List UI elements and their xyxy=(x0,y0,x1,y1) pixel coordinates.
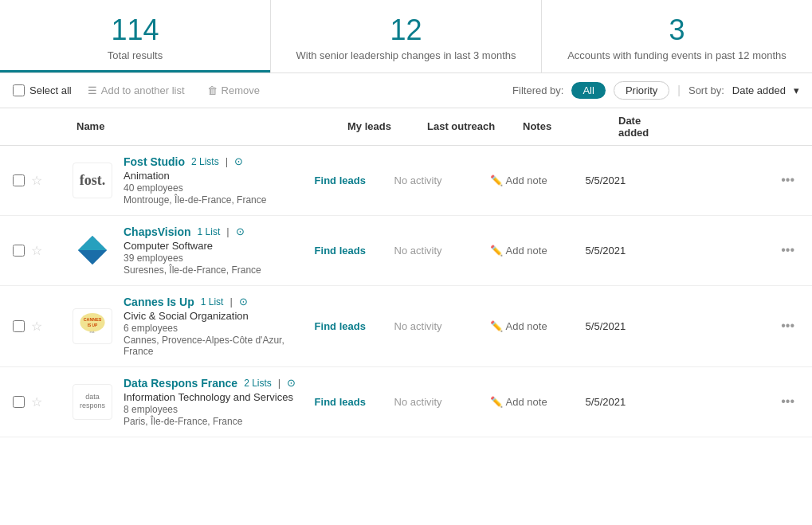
company-industry-chapsvision: Computer Software xyxy=(124,240,315,252)
row-checkbox-chapsvision[interactable] xyxy=(13,245,25,257)
add-note-button-data-respons[interactable]: ✏️ Add note xyxy=(490,396,547,408)
company-pipe-data-respons: | xyxy=(278,377,280,389)
company-lists-fost-studio[interactable]: 2 Lists xyxy=(191,156,219,167)
cell-leads-data-respons: Find leads xyxy=(315,396,394,408)
company-verified-data-respons: ⊙ xyxy=(287,377,296,389)
stat-block-funding[interactable]: 3 Accounts with funding events in past 1… xyxy=(542,0,812,72)
more-options-button-fost-studio[interactable]: ••• xyxy=(776,171,799,189)
remove-label: Remove xyxy=(222,84,260,96)
cell-outreach-fost-studio: No activity xyxy=(394,174,490,186)
more-options-button-data-respons[interactable]: ••• xyxy=(776,393,799,410)
toolbar: Select all ☰ Add to another list 🗑 Remov… xyxy=(0,73,812,108)
cell-leads-fost-studio: Find leads xyxy=(315,174,394,186)
company-industry-data-respons: Information Technology and Services xyxy=(124,391,315,403)
find-leads-button-fost-studio[interactable]: Find leads xyxy=(315,174,366,186)
find-leads-button-cannes-is-up[interactable]: Find leads xyxy=(315,320,366,332)
remove-button[interactable]: 🗑 Remove xyxy=(201,81,266,100)
table-header: Name My leads Last outreach Notes Datead… xyxy=(0,108,812,146)
company-lists-cannes-is-up[interactable]: 1 List xyxy=(201,296,224,308)
add-note-label-chapsvision: Add note xyxy=(506,245,547,257)
company-logo-fost-studio: fost. xyxy=(73,163,112,198)
stat-block-leadership[interactable]: 12 With senior leadership changes in las… xyxy=(271,0,542,72)
select-all-checkbox[interactable] xyxy=(13,84,25,96)
svg-text:est.: est. xyxy=(89,330,95,334)
star-icon-fost-studio[interactable]: ☆ xyxy=(31,173,42,188)
logo-svg-chapsvision xyxy=(76,234,108,266)
find-leads-button-chapsvision[interactable]: Find leads xyxy=(315,245,366,257)
col-header-notes: Notes xyxy=(523,120,618,132)
add-note-button-cannes-is-up[interactable]: ✏️ Add note xyxy=(490,320,547,332)
cell-date-fost-studio: 5/5/2021 xyxy=(586,174,777,186)
company-info-cannes-is-up: Cannes Is Up 1 List | ⊙ Civic & Social O… xyxy=(124,296,315,357)
row-checkbox-fost-studio[interactable] xyxy=(13,174,25,186)
table-row: ☆ fost. Fost Studio 2 Lists | ⊙ Animatio… xyxy=(0,146,812,216)
company-logo-cannes-is-up: CANNES IS UP est. xyxy=(73,308,112,344)
star-icon-cannes-is-up[interactable]: ☆ xyxy=(31,319,42,334)
row-checkbox-cannes-is-up[interactable] xyxy=(13,320,25,332)
sort-chevron-icon[interactable]: ▾ xyxy=(794,84,799,96)
svg-text:IS UP: IS UP xyxy=(88,323,98,327)
company-name-data-respons[interactable]: Data Respons France xyxy=(124,377,237,390)
star-icon-data-respons[interactable]: ☆ xyxy=(31,394,42,409)
pencil-icon-data-respons: ✏️ xyxy=(490,396,503,408)
cell-notes-chapsvision: ✏️ Add note xyxy=(490,245,586,257)
more-options-button-chapsvision[interactable]: ••• xyxy=(776,241,799,259)
filtered-by-label: Filtered by: xyxy=(512,84,563,96)
svg-marker-1 xyxy=(78,236,107,250)
add-to-list-button[interactable]: ☰ Add to another list xyxy=(81,81,191,100)
company-size-fost-studio: 40 employees xyxy=(124,182,315,194)
company-location-data-respons: Paris, Île-de-France, France xyxy=(124,416,315,427)
company-name-chapsvision[interactable]: ChapsVision xyxy=(124,225,191,238)
row-checkbox-data-respons[interactable] xyxy=(13,396,25,408)
table-body: ☆ fost. Fost Studio 2 Lists | ⊙ Animatio… xyxy=(0,146,812,437)
company-pipe-fost-studio: | xyxy=(226,155,228,167)
add-list-icon: ☰ xyxy=(88,84,97,96)
add-note-button-fost-studio[interactable]: ✏️ Add note xyxy=(490,174,547,186)
company-industry-fost-studio: Animation xyxy=(124,170,315,182)
table-row: ☆ ChapsVision 1 List | ⊙ Computer Softwa… xyxy=(0,216,812,286)
row-controls-cannes-is-up: ☆ xyxy=(13,319,73,334)
col-header-name: Name xyxy=(13,120,347,132)
company-logo-data-respons: datarespons xyxy=(73,384,112,420)
row-controls-chapsvision: ☆ xyxy=(13,243,73,258)
cell-notes-data-respons: ✏️ Add note xyxy=(490,396,586,408)
stat-label-leadership: With senior leadership changes in last 3… xyxy=(287,49,525,61)
stat-number-leadership: 12 xyxy=(287,14,525,46)
filter-all-button[interactable]: All xyxy=(571,82,605,99)
company-name-cannes-is-up[interactable]: Cannes Is Up xyxy=(124,296,194,308)
select-all-label[interactable]: Select all xyxy=(13,84,72,96)
company-lists-chapsvision[interactable]: 1 List xyxy=(198,226,221,237)
stat-label-total: Total results xyxy=(16,49,254,61)
stat-block-total[interactable]: 114 Total results xyxy=(0,0,271,72)
stat-number-funding: 3 xyxy=(558,14,796,46)
logo-text-fost-studio: fost. xyxy=(80,172,106,189)
svg-text:CANNES: CANNES xyxy=(84,316,102,321)
add-note-label-fost-studio: Add note xyxy=(506,174,547,186)
more-options-button-cannes-is-up[interactable]: ••• xyxy=(776,317,799,335)
cell-outreach-chapsvision: No activity xyxy=(394,245,490,257)
table-row: ☆ CANNES IS UP est. Cannes Is Up 1 List … xyxy=(0,286,812,367)
add-note-button-chapsvision[interactable]: ✏️ Add note xyxy=(490,245,547,257)
company-logo-chapsvision xyxy=(73,233,112,268)
company-industry-cannes-is-up: Civic & Social Organization xyxy=(124,310,315,322)
cell-outreach-data-respons: No activity xyxy=(394,396,490,408)
company-name-row-cannes-is-up: Cannes Is Up 1 List | ⊙ xyxy=(124,296,315,308)
filter-priority-button[interactable]: Priority xyxy=(614,81,669,100)
company-verified-fost-studio: ⊙ xyxy=(234,155,243,167)
pencil-icon-cannes-is-up: ✏️ xyxy=(490,320,503,332)
star-icon-chapsvision[interactable]: ☆ xyxy=(31,243,42,258)
company-info-data-respons: Data Respons France 2 Lists | ⊙ Informat… xyxy=(124,377,315,427)
company-lists-data-respons[interactable]: 2 Lists xyxy=(244,378,272,389)
col-header-date-added: Dateadded xyxy=(618,115,799,139)
trash-icon: 🗑 xyxy=(207,84,218,96)
add-note-label-cannes-is-up: Add note xyxy=(506,320,547,332)
company-name-row-fost-studio: Fost Studio 2 Lists | ⊙ xyxy=(124,155,315,168)
cell-date-chapsvision: 5/5/2021 xyxy=(586,245,777,257)
find-leads-button-data-respons[interactable]: Find leads xyxy=(315,396,366,408)
cell-leads-chapsvision: Find leads xyxy=(315,245,394,257)
add-note-label-data-respons: Add note xyxy=(506,396,547,408)
col-header-last-outreach: Last outreach xyxy=(427,120,523,132)
company-name-fost-studio[interactable]: Fost Studio xyxy=(124,155,185,168)
stat-label-funding: Accounts with funding events in past 12 … xyxy=(558,49,796,61)
stat-number-total: 114 xyxy=(16,14,254,46)
